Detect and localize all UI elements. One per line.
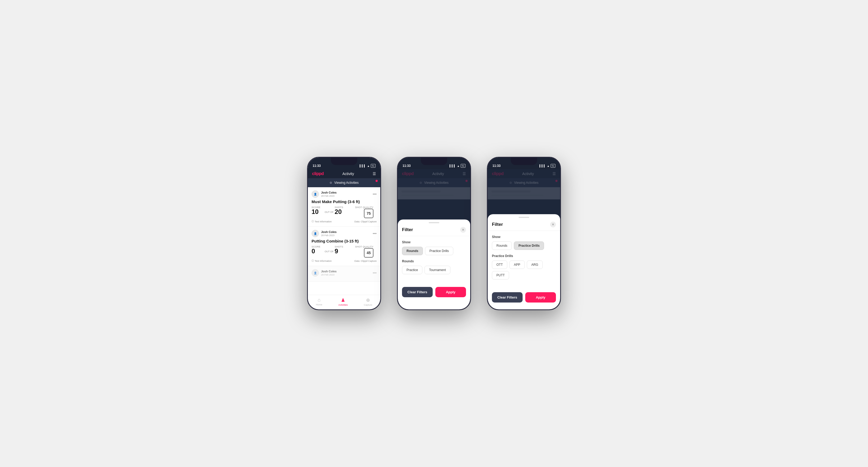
nav-item-activities[interactable]: ♟ Activities: [338, 297, 348, 306]
filter-btn-practice-drills-3[interactable]: Practice Drills: [514, 242, 544, 250]
hamburger-icon[interactable]: ☰: [373, 172, 376, 176]
user-date-3: 28 Feb 2023: [321, 274, 337, 276]
card-header-1: 👤 Josh Coles 28 Feb 2023 •••: [312, 190, 377, 198]
phone-3-screen: clippd Activity ☰ ⚙ Viewing Activities: [488, 158, 560, 309]
shot-quality-label-2: Shot Quality: [355, 245, 373, 248]
status-time: 11:33: [313, 164, 321, 168]
apply-button-2[interactable]: Apply: [435, 287, 466, 297]
nav-item-capture[interactable]: ⊕ Capture: [364, 297, 372, 306]
more-menu-3[interactable]: •••: [373, 271, 377, 275]
status-time-2: 11:33: [403, 164, 411, 168]
clear-filters-button-3[interactable]: Clear Filters: [492, 292, 523, 303]
status-icons: ▍▍▍ ▲ 51: [360, 164, 376, 168]
stats-row-2: Score 0 OUT OF Shots 9 Shot Quality 45: [312, 245, 377, 257]
status-icons-2: ▍▍▍ ▲ 51: [450, 164, 465, 168]
viewing-activities-text: Viewing Activities: [334, 181, 359, 185]
info-icon-1: ⓘ: [312, 220, 314, 223]
practice-drills-label-3: Practice Drills: [492, 254, 556, 258]
card-header-2: 👤 Josh Coles 28 Feb 2023 •••: [312, 230, 377, 237]
notification-dot: [376, 180, 378, 182]
viewing-bar[interactable]: ⚙ Viewing Activities: [308, 178, 380, 187]
card-header-3: 👤 Josh Coles 28 Feb 2023 •••: [312, 269, 377, 277]
data-source-2: Data: Clippd Capture: [354, 260, 377, 262]
more-menu-2[interactable]: •••: [373, 231, 377, 236]
filter-btn-putt-3[interactable]: PUTT: [492, 271, 509, 280]
card-title-1: Must Make Putting (3-6 ft): [312, 199, 377, 204]
filter-btn-ott-3[interactable]: OTT: [492, 260, 507, 269]
battery-icon-2: 51: [461, 164, 465, 168]
apply-button-3[interactable]: Apply: [525, 292, 556, 303]
shot-quality-value-1: 75: [367, 211, 371, 216]
user-info-3: 👤 Josh Coles 28 Feb 2023: [312, 269, 337, 277]
filter-icon: ⚙: [330, 181, 332, 185]
modal-title-3: Filter: [492, 222, 503, 227]
modal-body-3: Show Rounds Practice Drills Practice Dri…: [488, 231, 560, 288]
modal-close-2[interactable]: ✕: [460, 227, 466, 233]
phone-3: clippd Activity ☰ ⚙ Viewing Activities: [487, 157, 561, 310]
activity-feed: 👤 Josh Coles 28 Feb 2023 ••• Must Make P…: [308, 187, 380, 282]
nav-title: Activity: [342, 172, 354, 176]
filter-btn-app-3[interactable]: APP: [509, 260, 525, 269]
modal-footer-2: Clear Filters Apply: [398, 283, 470, 297]
shots-group-2: Shots 9: [335, 245, 343, 254]
avatar-icon-2: 👤: [314, 232, 317, 235]
signal-icon-3: ▍▍▍: [539, 164, 546, 167]
signal-icon: ▍▍▍: [360, 164, 366, 167]
shot-quality-badge-2: 45: [364, 248, 373, 257]
filter-btn-rounds-3[interactable]: Rounds: [492, 242, 512, 250]
home-label: Home: [316, 303, 322, 306]
data-source-1: Data: Clippd Capture: [354, 220, 377, 223]
show-label-3: Show: [492, 235, 556, 239]
score-group-2: Score 0: [312, 245, 320, 254]
battery-icon-3: 51: [551, 164, 555, 168]
modal-header-3: Filter ✕: [488, 218, 560, 231]
nav-item-home[interactable]: ⌂ Home: [316, 297, 322, 306]
rounds-filter-buttons-2: Practice Tournament: [402, 266, 466, 274]
modal-footer-3: Clear Filters Apply: [488, 288, 560, 303]
more-menu-1[interactable]: •••: [373, 192, 377, 196]
practice-drills-filter-buttons-3: OTT APP ARG PUTT: [492, 260, 556, 280]
shot-quality-group-2: Shot Quality 45: [355, 245, 373, 257]
clear-filters-button-2[interactable]: Clear Filters: [402, 287, 433, 297]
filter-btn-practice-drills-2[interactable]: Practice Drills: [425, 247, 453, 255]
shot-quality-label-1: Shot Quality: [355, 206, 373, 209]
shots-group-1: Shots 20: [335, 206, 343, 215]
user-info-1: 👤 Josh Coles 28 Feb 2023: [312, 190, 337, 198]
avatar-3: 👤: [312, 269, 319, 277]
modal-header-2: Filter ✕: [398, 223, 470, 236]
activity-card-2: 👤 Josh Coles 28 Feb 2023 ••• Putting Com…: [308, 227, 380, 266]
test-info-1: ⓘ Test Information: [312, 220, 332, 223]
filter-btn-tournament-2[interactable]: Tournament: [425, 266, 450, 274]
avatar-icon-1: 👤: [314, 193, 317, 196]
user-name-1: Josh Coles: [321, 191, 337, 194]
user-name-2: Josh Coles: [321, 230, 337, 234]
wifi-icon-3: ▲: [547, 164, 550, 167]
phones-container: 11:33 ▍▍▍ ▲ 51 clippd Activity ☰ ⚙ Viewi…: [307, 157, 561, 310]
notch: [331, 158, 357, 165]
modal-close-3[interactable]: ✕: [550, 222, 556, 227]
avatar-2: 👤: [312, 230, 319, 237]
card-footer-2: ⓘ Test Information Data: Clippd Capture: [312, 259, 377, 262]
battery-icon: 51: [371, 164, 376, 168]
user-details-2: Josh Coles 28 Feb 2023: [321, 230, 337, 237]
user-details-3: Josh Coles 28 Feb 2023: [321, 270, 337, 276]
avatar-1: 👤: [312, 190, 319, 198]
activities-icon: ♟: [341, 297, 345, 303]
filter-modal-2: Filter ✕ Show Rounds Practice Drills Rou…: [398, 219, 470, 309]
stats-row-1: Score 10 OUT OF Shots 20 Shot Quality 75: [312, 206, 377, 218]
user-date-2: 28 Feb 2023: [321, 234, 337, 237]
phone-1-screen: 11:33 ▍▍▍ ▲ 51 clippd Activity ☰ ⚙ Viewi…: [308, 158, 380, 309]
shots-value-2: 9: [335, 248, 343, 254]
filter-btn-rounds-2[interactable]: Rounds: [402, 247, 423, 255]
rounds-label-2: Rounds: [402, 259, 466, 263]
modal-title-2: Filter: [402, 227, 413, 232]
shot-quality-badge-1: 75: [364, 209, 373, 218]
activity-card-3: 👤 Josh Coles 28 Feb 2023 •••: [308, 266, 380, 282]
notch-2: [421, 158, 447, 165]
filter-btn-arg-3[interactable]: ARG: [527, 260, 543, 269]
activity-card-1: 👤 Josh Coles 28 Feb 2023 ••• Must Make P…: [308, 187, 380, 227]
modal-body-2: Show Rounds Practice Drills Rounds Pract…: [398, 236, 470, 283]
score-value-1: 10: [312, 209, 320, 215]
card-title-2: Putting Combine (3-15 ft): [312, 239, 377, 243]
filter-btn-practice-round-2[interactable]: Practice: [402, 266, 422, 274]
